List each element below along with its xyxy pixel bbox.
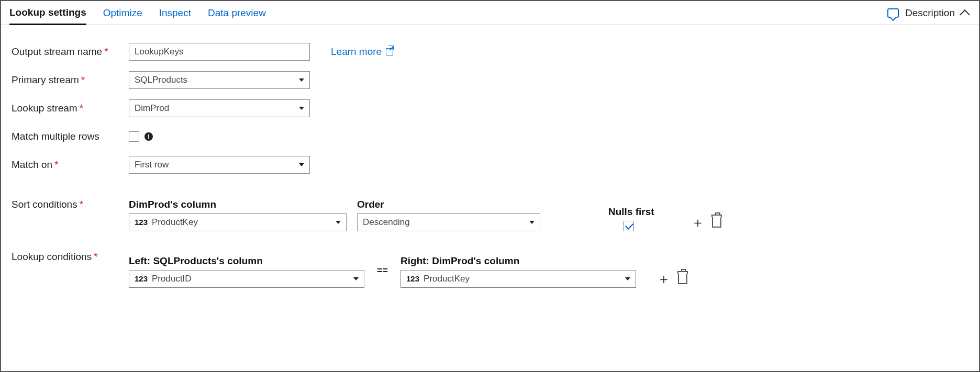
label-sort-conditions: Sort conditions* [12, 199, 129, 210]
type-badge-numeric: 123 [135, 218, 148, 227]
output-stream-name-input[interactable]: LookupKeys [129, 43, 310, 61]
sort-order-header: Order [357, 199, 540, 210]
chevron-down-icon [299, 163, 304, 166]
description-toggle[interactable]: Description [905, 7, 955, 19]
lookup-settings-panel: Lookup settings Optimize Inspect Data pr… [0, 0, 980, 372]
chevron-down-icon [353, 277, 359, 280]
sort-column-select[interactable]: 123ProductKey [129, 213, 347, 231]
lookup-stream-select[interactable]: DimProd [129, 99, 310, 117]
lookup-right-select[interactable]: 123ProductKey [400, 270, 636, 288]
type-badge-numeric: 123 [406, 274, 419, 283]
lookup-left-header: Left: SQLProducts's column [129, 255, 364, 267]
chevron-down-icon [299, 78, 304, 82]
chevron-down-icon [529, 221, 534, 224]
label-lookup-stream: Lookup stream* [12, 103, 129, 114]
type-badge-numeric: 123 [135, 274, 148, 283]
label-match-multiple: Match multiple rows [12, 131, 129, 142]
learn-more-link[interactable]: Learn more [331, 46, 393, 58]
tab-bar: Lookup settings Optimize Inspect Data pr… [1, 1, 979, 25]
info-icon[interactable]: i [144, 132, 153, 141]
chevron-down-icon [299, 107, 304, 110]
delete-lookup-condition-button[interactable] [678, 274, 687, 284]
match-on-select[interactable]: First row [129, 156, 310, 174]
equality-operator: == [377, 265, 388, 276]
chevron-down-icon [625, 277, 630, 280]
sort-column-header: DimProd's column [129, 199, 347, 210]
chevron-down-icon [336, 221, 341, 224]
form-area: Output stream name* LookupKeys Learn mor… [1, 25, 979, 288]
label-primary-stream: Primary stream* [12, 74, 129, 86]
sort-nulls-header: Nulls first [608, 206, 654, 218]
label-lookup-conditions: Lookup conditions* [12, 251, 129, 263]
label-match-on: Match on* [12, 159, 129, 171]
comment-icon [887, 8, 899, 18]
primary-stream-select[interactable]: SQLProducts [129, 71, 310, 89]
tab-inspect[interactable]: Inspect [159, 2, 191, 24]
chevron-up-icon[interactable] [960, 9, 970, 20]
lookup-left-select[interactable]: 123ProductID [129, 270, 364, 288]
tab-optimize[interactable]: Optimize [103, 2, 142, 24]
lookup-right-header: Right: DimProd's column [400, 255, 636, 267]
match-multiple-checkbox[interactable] [129, 131, 139, 142]
tab-lookup-settings[interactable]: Lookup settings [9, 2, 86, 25]
delete-sort-condition-button[interactable] [712, 217, 721, 228]
add-lookup-condition-button[interactable]: ＋ [657, 272, 671, 286]
label-output-stream-name: Output stream name* [12, 46, 129, 58]
nulls-first-checkbox[interactable] [623, 221, 634, 231]
sort-order-select[interactable]: Descending [357, 213, 540, 231]
tab-data-preview[interactable]: Data preview [208, 2, 266, 24]
external-link-icon [386, 48, 393, 55]
add-sort-condition-button[interactable]: ＋ [691, 216, 705, 229]
